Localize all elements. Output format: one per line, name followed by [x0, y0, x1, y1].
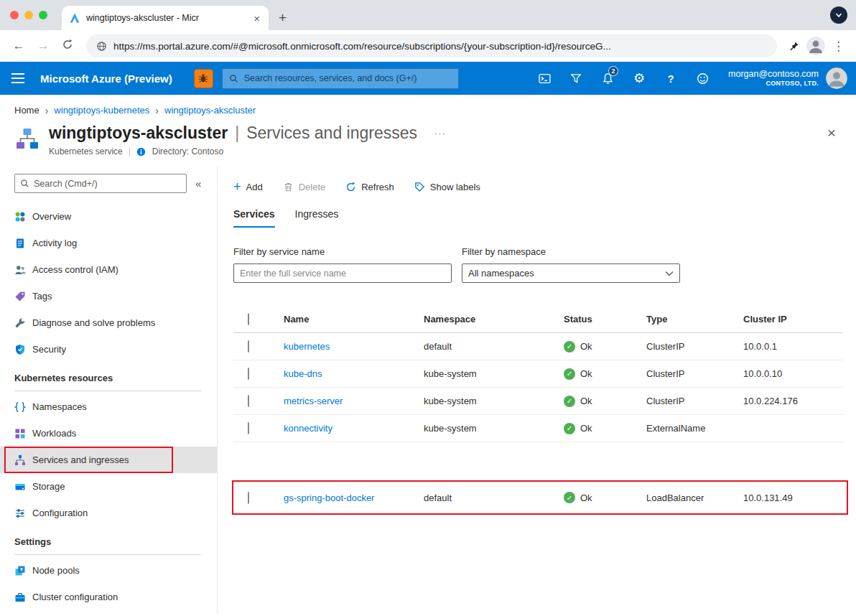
- azure-search-box[interactable]: [222, 68, 459, 89]
- cloud-shell-icon[interactable]: [529, 62, 560, 95]
- window-zoom-button[interactable]: [39, 11, 47, 19]
- row-checkbox[interactable]: [248, 340, 249, 353]
- hamburger-menu-icon[interactable]: [0, 62, 36, 95]
- namespace-cell: default: [424, 493, 564, 503]
- sidebar-item-label: Diagnose and solve problems: [32, 317, 155, 328]
- table-row-highlighted: gs-spring-boot-docker default ✓ Ok LoadB…: [233, 482, 843, 513]
- services-ingresses-tabs: Services Ingresses: [233, 208, 843, 228]
- browser-menu-icon[interactable]: ⋮: [829, 39, 847, 54]
- new-tab-button[interactable]: +: [279, 10, 287, 26]
- sidebar-search-input[interactable]: [34, 179, 181, 189]
- service-name-filter-label: Filter by service name: [233, 246, 452, 257]
- sidebar-item-overview[interactable]: Overview: [0, 203, 217, 230]
- window-close-button[interactable]: [10, 11, 19, 19]
- collapse-sidebar-button[interactable]: «: [195, 177, 201, 190]
- user-avatar[interactable]: [826, 67, 847, 89]
- service-link[interactable]: gs-spring-boot-docker: [284, 493, 424, 503]
- sidebar-item-storage[interactable]: Storage: [0, 473, 217, 500]
- status-cell: ✓ Ok: [564, 396, 646, 407]
- settings-gear-icon[interactable]: ⚙: [623, 62, 655, 95]
- row-checkbox[interactable]: [248, 368, 249, 380]
- column-header-cluster-ip: Cluster IP: [743, 314, 843, 325]
- notifications-bell-icon[interactable]: 2: [592, 62, 623, 95]
- node-pools-icon: [14, 565, 26, 577]
- sidebar-item-label: Overview: [32, 211, 71, 222]
- table-row: konnectivity kube-system ✓ Ok ExternalNa…: [233, 415, 843, 442]
- sidebar-item-diagnose[interactable]: Diagnose and solve problems: [0, 309, 217, 336]
- row-checkbox[interactable]: [248, 422, 249, 434]
- reload-button[interactable]: [57, 39, 78, 54]
- tab-ingresses[interactable]: Ingresses: [295, 208, 339, 228]
- sidebar-item-services-and-ingresses[interactable]: Services and ingresses: [0, 447, 217, 473]
- tab-search-button[interactable]: [830, 6, 847, 24]
- close-blade-icon[interactable]: ×: [827, 125, 836, 140]
- service-name-filter-input[interactable]: [233, 263, 452, 283]
- page-context-menu-button[interactable]: ···: [434, 128, 446, 139]
- breadcrumb-wingtiptoys-akscluster[interactable]: wingtiptoys-akscluster: [164, 105, 256, 116]
- row-checkbox[interactable]: [248, 492, 249, 504]
- pin-icon[interactable]: [786, 41, 802, 52]
- forward-button[interactable]: →: [33, 39, 53, 53]
- browser-tab[interactable]: wingtiptoys-akscluster - Micr ×: [62, 6, 269, 30]
- sidebar-item-configuration[interactable]: Configuration: [0, 500, 217, 526]
- sidebar-item-label: Tags: [32, 291, 52, 302]
- sidebar-item-label: Cluster configuration: [32, 592, 118, 602]
- help-icon[interactable]: ?: [655, 62, 687, 95]
- sidebar-item-label: Activity log: [32, 238, 77, 248]
- cluster-ip-cell: 10.0.131.49: [743, 493, 843, 503]
- tab-close-icon[interactable]: ×: [252, 12, 261, 24]
- reload-icon: [62, 39, 73, 50]
- sidebar-item-activity-log[interactable]: Activity log: [0, 230, 217, 256]
- sidebar-item-access-control[interactable]: Access control (IAM): [0, 256, 217, 283]
- sidebar-item-workloads[interactable]: Workloads: [0, 420, 217, 447]
- refresh-button[interactable]: Refresh: [345, 182, 394, 192]
- status-cell: ✓ Ok: [564, 341, 646, 353]
- namespace-cell: default: [424, 341, 564, 352]
- sidebar-item-label: Namespaces: [32, 401, 87, 412]
- namespace-cell: kube-system: [424, 368, 564, 379]
- notification-badge: 2: [608, 66, 618, 76]
- show-labels-button[interactable]: Show labels: [414, 182, 480, 192]
- namespace-cell: kube-system: [424, 423, 564, 434]
- sidebar-item-tags[interactable]: Tags: [0, 283, 217, 309]
- command-bar: + Add Delete Refresh: [233, 167, 843, 197]
- tab-services[interactable]: Services: [233, 208, 275, 228]
- breadcrumb-home[interactable]: Home: [14, 105, 39, 116]
- sidebar-item-namespaces[interactable]: Namespaces: [0, 393, 217, 420]
- service-link[interactable]: konnectivity: [284, 423, 424, 434]
- table-row: kubernetes default ✓ Ok ClusterIP 10.0.0…: [233, 333, 843, 360]
- add-button[interactable]: + Add: [233, 180, 263, 193]
- service-link[interactable]: kube-dns: [284, 368, 424, 379]
- delete-button[interactable]: Delete: [283, 182, 326, 192]
- service-link[interactable]: metrics-server: [284, 396, 424, 406]
- sidebar-item-node-pools[interactable]: Node pools: [0, 557, 217, 584]
- sidebar-search-box[interactable]: [14, 174, 187, 193]
- bug-extension-icon[interactable]: [194, 69, 213, 88]
- account-menu[interactable]: morgan@contoso.com CONTOSO, LTD.: [728, 69, 819, 88]
- feedback-smiley-icon[interactable]: [687, 62, 718, 95]
- aks-resource-icon: [14, 126, 40, 152]
- resource-menu-sidebar: « Overview Activity log: [0, 167, 218, 613]
- row-checkbox[interactable]: [248, 395, 249, 407]
- select-all-checkbox[interactable]: [248, 313, 249, 325]
- azure-favicon-icon: [69, 12, 80, 24]
- back-button[interactable]: ←: [9, 39, 29, 53]
- window-minimize-button[interactable]: [24, 11, 33, 19]
- column-header-name: Name: [284, 314, 424, 325]
- status-ok-icon: ✓: [564, 423, 575, 434]
- trash-icon: [283, 182, 294, 192]
- breadcrumb-wingtiptoys-kubernetes[interactable]: wingtiptoys-kubernetes: [54, 105, 149, 116]
- directory-filter-icon[interactable]: [560, 62, 592, 95]
- namespace-dropdown[interactable]: All namespaces: [462, 263, 680, 283]
- browser-profile-avatar[interactable]: [806, 37, 825, 55]
- type-cell: ClusterIP: [646, 368, 743, 379]
- column-header-namespace: Namespace: [424, 314, 564, 325]
- azure-search-input[interactable]: [244, 73, 452, 83]
- service-link[interactable]: kubernetes: [284, 341, 424, 352]
- address-bar[interactable]: https://ms.portal.azure.com/#@microsoft.…: [86, 34, 777, 57]
- column-header-status: Status: [564, 314, 646, 325]
- sidebar-item-cluster-configuration[interactable]: Cluster configuration: [0, 584, 217, 610]
- globe-icon: [96, 41, 107, 52]
- sidebar-item-security[interactable]: Security: [0, 336, 217, 363]
- azure-header-icons: 2 ⚙ ?: [529, 62, 718, 95]
